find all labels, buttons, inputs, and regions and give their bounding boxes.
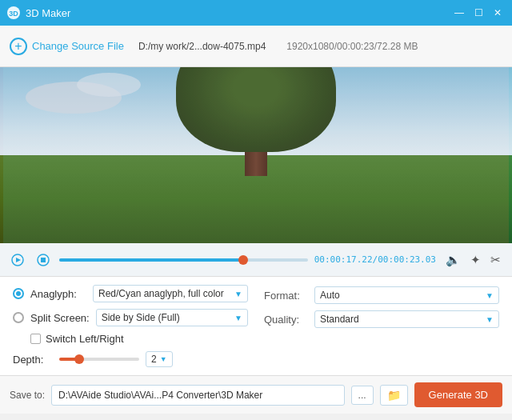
depth-label: Depth: — [13, 354, 53, 366]
quality-row: Quality: Standard ▼ — [264, 310, 499, 328]
progress-fill — [59, 258, 243, 262]
anaglyph-radio[interactable] — [13, 288, 24, 299]
toolbar: + Change Source File D:/my work/2...dow-… — [0, 26, 512, 67]
browse-button[interactable]: ... — [351, 386, 374, 405]
svg-marker-3 — [16, 258, 21, 262]
split-screen-label: Split Screen: — [30, 312, 90, 324]
plus-circle-icon: + — [10, 38, 27, 55]
minimize-button[interactable]: — — [451, 5, 467, 21]
depth-slider[interactable] — [59, 358, 139, 361]
anaglyph-label: Anaglyph: — [30, 288, 86, 300]
split-screen-row: Split Screen: Side by Side (Full) ▼ — [13, 309, 248, 326]
switch-lr-label: Switch Left/Right — [46, 333, 124, 345]
settings-panel: Anaglyph: Red/Cyan anaglyph, full color … — [0, 277, 512, 375]
star-icon[interactable]: ✦ — [467, 251, 484, 269]
stop-button[interactable] — [34, 250, 53, 270]
playback-bar: 00:00:17.22/00:00:23.03 🔈 ✦ ✂ — [0, 243, 512, 277]
quality-label: Quality: — [264, 314, 308, 326]
change-source-button[interactable]: + Change Source File — [10, 38, 124, 55]
file-path: D:/my work/2...dow-4075.mp4 — [138, 41, 266, 52]
split-screen-select[interactable]: Side by Side (Full) ▼ — [96, 309, 248, 326]
format-row: Format: Auto ▼ — [264, 286, 499, 304]
folder-icon: 📁 — [387, 389, 401, 402]
progress-bar[interactable] — [59, 258, 308, 262]
generate-3d-button[interactable]: Generate 3D — [414, 382, 502, 407]
split-screen-radio[interactable] — [13, 312, 24, 323]
right-settings: Format: Auto ▼ Quality: Standard ▼ — [264, 285, 499, 367]
change-source-label: Change Source File — [32, 40, 124, 52]
scissors-icon[interactable]: ✂ — [487, 251, 504, 269]
app-icon: 3D — [6, 6, 21, 20]
save-path-input[interactable] — [51, 385, 345, 406]
file-meta: 1920x1080/00:00:23/72.28 MB — [286, 41, 418, 52]
split-screen-dropdown-icon: ▼ — [234, 314, 242, 322]
depth-row: Depth: 2 ▼ — [13, 351, 248, 367]
format-label: Format: — [264, 290, 308, 302]
title-bar: 3D 3D Maker — ☐ ✕ — [0, 0, 512, 26]
bottom-bar: Save to: ... 📁 Generate 3D — [0, 375, 512, 414]
quality-dropdown-icon: ▼ — [486, 315, 494, 324]
video-preview — [0, 67, 512, 243]
app-title: 3D Maker — [26, 7, 448, 19]
svg-rect-5 — [41, 258, 46, 262]
depth-thumb[interactable] — [74, 354, 84, 364]
anaglyph-dropdown-icon: ▼ — [234, 290, 242, 298]
close-button[interactable]: ✕ — [490, 5, 506, 21]
format-select[interactable]: Auto ▼ — [314, 286, 499, 304]
switch-lr-checkbox[interactable] — [30, 334, 41, 344]
switch-lr-row: Switch Left/Right — [13, 333, 248, 345]
svg-text:3D: 3D — [9, 10, 18, 18]
anaglyph-select[interactable]: Red/Cyan anaglyph, full color ▼ — [93, 285, 248, 302]
time-display: 00:00:17.22/00:00:23.03 — [314, 254, 436, 265]
left-settings: Anaglyph: Red/Cyan anaglyph, full color … — [13, 285, 248, 367]
play-button[interactable] — [8, 250, 27, 270]
volume-icon[interactable]: 🔈 — [442, 251, 464, 269]
save-label: Save to: — [10, 390, 45, 401]
format-dropdown-icon: ▼ — [486, 291, 494, 300]
depth-value-select[interactable]: 2 ▼ — [146, 351, 173, 367]
playback-actions: 🔈 ✦ ✂ — [442, 251, 504, 269]
anaglyph-row: Anaglyph: Red/Cyan anaglyph, full color … — [13, 285, 248, 302]
depth-dropdown-icon: ▼ — [160, 355, 167, 363]
maximize-button[interactable]: ☐ — [470, 5, 486, 21]
open-folder-button[interactable]: 📁 — [380, 385, 408, 406]
progress-thumb[interactable] — [238, 255, 248, 265]
quality-select[interactable]: Standard ▼ — [314, 310, 499, 328]
